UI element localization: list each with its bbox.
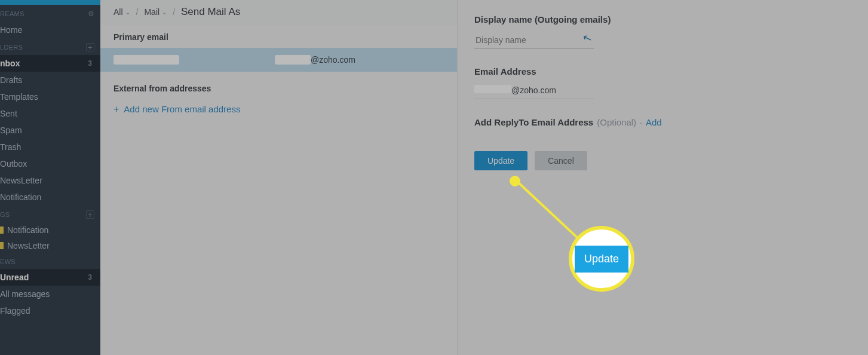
email-domain: @zoho.com (311, 55, 355, 65)
add-tag-icon[interactable]: + (86, 210, 94, 219)
inbox-count: 3 (88, 59, 93, 68)
sidebar-item-templates[interactable]: Templates (0, 88, 100, 105)
breadcrumb-all[interactable]: All ⌄ (114, 7, 130, 17)
update-button[interactable]: Update (474, 151, 527, 170)
sidebar-view-allmessages[interactable]: All messages (0, 286, 100, 302)
tag-label: NewsLetter (7, 241, 50, 250)
folders-header-label: LDERS (0, 44, 23, 51)
sidebar-view-unread[interactable]: Unread 3 (0, 269, 100, 286)
tag-notification[interactable]: Notification (0, 222, 100, 238)
email-address-field: Email Address @zoho.com (474, 66, 851, 99)
plus-icon: + (114, 105, 119, 114)
sidebar-item-newsletter[interactable]: NewsLetter (0, 172, 100, 189)
page-title: Send Mail As (181, 6, 240, 18)
replyto-row: Add ReplyTo Email Address (Optional) · A… (474, 117, 851, 127)
sidebar-item-label: Templates (0, 92, 38, 102)
tags-header-label: GS (0, 211, 10, 218)
breadcrumb-sep: / (173, 7, 175, 17)
sidebar: REAMS ⚙ Home LDERS + nbox 3 Drafts Templ… (0, 0, 100, 355)
sidebar-item-label: Home (0, 25, 22, 35)
sidebar-item-home[interactable]: Home (0, 22, 100, 38)
gear-icon[interactable]: ⚙ (88, 10, 94, 18)
chevron-down-icon: ⌄ (125, 9, 130, 16)
views-header-label: EWS (0, 258, 16, 265)
chevron-down-icon: ⌄ (162, 9, 167, 16)
folders-header: LDERS + (0, 38, 100, 55)
sidebar-item-label: Flagged (0, 306, 30, 316)
tag-color-icon (0, 242, 4, 249)
sidebar-item-label: Spam (0, 126, 22, 135)
breadcrumb-sep: / (136, 7, 139, 17)
tag-color-icon (0, 227, 4, 234)
breadcrumb-label: Mail (144, 7, 160, 17)
sidebar-item-spam[interactable]: Spam (0, 122, 100, 139)
main-panel: All ⌄ / Mail ⌄ / Send Mail As Primary em… (100, 0, 868, 355)
sidebar-item-label: Unread (0, 273, 29, 282)
redacted-email-local (474, 85, 511, 93)
sidebar-item-notification[interactable]: Notification (0, 189, 100, 206)
breadcrumb-label: All (114, 7, 123, 17)
panel-buttons: Update Cancel (474, 151, 851, 170)
separator-dot: · (640, 118, 642, 127)
unread-count: 3 (88, 273, 93, 281)
primary-email-name (114, 55, 257, 63)
send-mail-as-panel: Display name (Outgoing emails) ↖ Email A… (457, 0, 868, 355)
display-name-input[interactable] (474, 33, 594, 48)
sidebar-item-label: Outbox (0, 159, 27, 169)
streams-header-label: REAMS (0, 10, 24, 17)
add-from-label: Add new From email address (124, 104, 240, 114)
primary-email-address: @zoho.com (275, 55, 355, 65)
sidebar-item-label: nbox (0, 59, 20, 68)
sidebar-item-outbox[interactable]: Outbox (0, 155, 100, 172)
redacted-name (114, 55, 179, 65)
sidebar-item-label: Drafts (0, 75, 22, 85)
sidebar-item-sent[interactable]: Sent (0, 105, 100, 122)
redacted-email-local (275, 55, 311, 65)
sidebar-view-flagged[interactable]: Flagged (0, 302, 100, 319)
sidebar-item-label: Trash (0, 142, 21, 152)
email-domain: @zoho.com (511, 85, 556, 95)
replyto-label: Add ReplyTo Email Address (474, 117, 593, 127)
replyto-add-link[interactable]: Add (646, 117, 662, 127)
sidebar-top-accent (0, 0, 100, 5)
replyto-optional: (Optional) (597, 117, 636, 127)
add-folder-icon[interactable]: + (86, 43, 94, 51)
sidebar-item-label: Sent (0, 109, 17, 118)
sidebar-item-drafts[interactable]: Drafts (0, 72, 100, 88)
sidebar-item-trash[interactable]: Trash (0, 139, 100, 155)
sidebar-item-label: NewsLetter (0, 176, 42, 185)
breadcrumb-mail[interactable]: Mail ⌄ (144, 7, 167, 17)
tag-label: Notification (7, 225, 48, 235)
sidebar-item-label: All messages (0, 289, 50, 299)
display-name-label: Display name (Outgoing emails) (474, 14, 851, 25)
email-address-label: Email Address (474, 66, 851, 76)
sidebar-item-inbox[interactable]: nbox 3 (0, 55, 100, 72)
tag-newsletter[interactable]: NewsLetter (0, 238, 100, 253)
tags-header: GS + (0, 206, 100, 222)
display-name-field: Display name (Outgoing emails) ↖ (474, 14, 851, 48)
views-header: EWS (0, 253, 100, 269)
cancel-button[interactable]: Cancel (535, 151, 587, 170)
email-address-value[interactable]: @zoho.com (474, 85, 594, 99)
sidebar-item-label: Notification (0, 192, 41, 202)
streams-header: REAMS ⚙ (0, 5, 100, 22)
